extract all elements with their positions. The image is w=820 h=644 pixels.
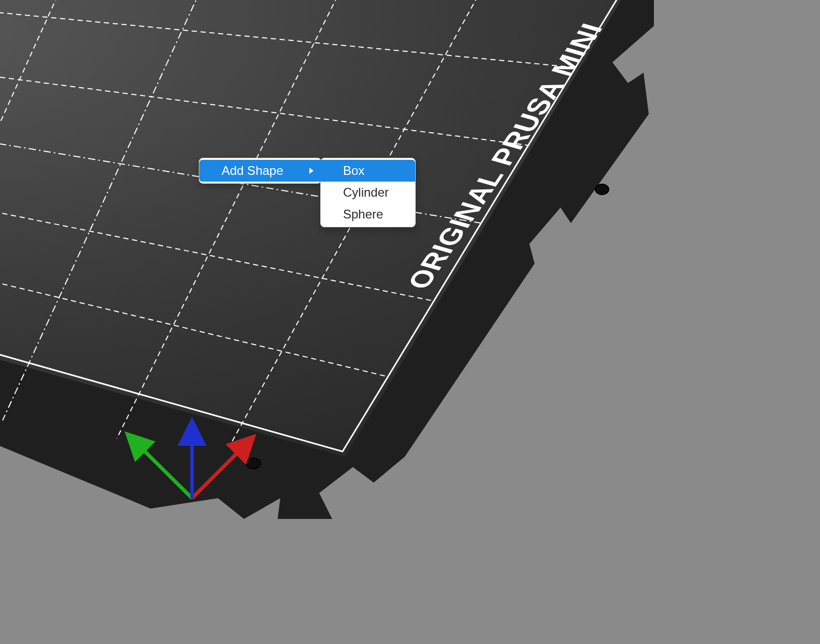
svg-point-12 [246,458,261,469]
submenu-add-shape: Box Cylinder Sphere [320,158,416,227]
viewport-3d[interactable]: ORIGINAL PRUSA MINI [0,0,820,644]
menu-item-add-shape[interactable]: Add Shape [199,160,321,182]
menu-item-box[interactable]: Box [321,160,415,182]
context-menu: Add Shape Box Cylinder Sphere [199,158,416,227]
menu-item-label: Sphere [343,207,383,221]
menu-item-sphere[interactable]: Sphere [321,203,415,225]
menu-item-label: Cylinder [343,185,389,199]
menu-item-label: Add Shape [222,163,283,177]
submenu-arrow-icon [309,167,314,174]
context-menu-panel: Add Shape [199,158,322,184]
menu-item-cylinder[interactable]: Cylinder [321,182,415,203]
menu-item-label: Box [343,163,364,177]
svg-point-11 [595,184,609,195]
